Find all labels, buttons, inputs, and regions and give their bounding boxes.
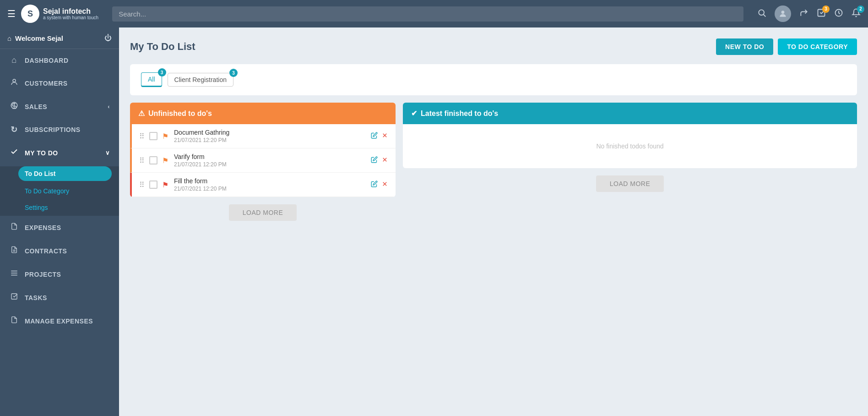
filter-tab-client-registration[interactable]: Client Registration 3 [168,73,233,87]
clock-icon[interactable] [834,8,843,20]
sidebar-item-projects[interactable]: PROJECTS [0,263,119,286]
tasks-icon[interactable]: 3 [817,8,826,20]
todo-checkbox-3[interactable] [149,181,157,189]
sidebar-item-sales[interactable]: SALES ‹ [0,95,119,118]
svg-line-1 [764,14,766,16]
sidebar-item-expenses[interactable]: EXPENSES [0,216,119,239]
load-more-finished-button[interactable]: LOAD MORE [596,175,664,192]
finished-header: ✔ Latest finished to do's [403,103,857,124]
main-content: My To Do List NEW TO DO TO DO CATEGORY A… [119,27,868,416]
edit-icon[interactable] [371,181,378,189]
power-icon[interactable]: ⏻ [104,34,112,42]
client-reg-badge: 3 [229,69,238,77]
delete-icon[interactable] [381,156,388,164]
edit-icon[interactable] [371,132,378,140]
todo-actions-3 [371,181,388,189]
customers-icon [9,78,19,88]
logo-text: Sejal infotech a system with human touch [43,7,98,21]
todo-item: ⠿ ⚑ Document Gathring 21/07/2021 12:20 P… [130,124,396,148]
todo-actions-1 [371,132,388,140]
delete-icon[interactable] [381,132,388,140]
filter-tab-all[interactable]: All 3 [141,72,162,87]
unfinished-column: ⚠ Unfinished to do's ⠿ ⚑ Document Gathri… [130,103,396,228]
flag-icon: ⚑ [162,156,168,165]
flag-icon: ⚑ [162,132,168,141]
todo-submenu: To Do List To Do Category Settings [0,166,119,216]
checkmark-icon: ✔ [411,109,417,118]
hamburger-menu-icon[interactable]: ☰ [7,8,16,19]
all-tab-badge: 3 [158,68,166,77]
drag-handle-icon[interactable]: ⠿ [139,156,145,165]
finished-card: ✔ Latest finished to do's No finished to… [403,103,857,168]
welcome-text: ⌂ Welcome Sejal [7,34,63,42]
sidebar-header: ⌂ Welcome Sejal ⏻ [0,27,119,49]
projects-icon [9,269,19,279]
todo-content-1: Document Gathring 21/07/2021 12:20 PM [174,129,366,143]
warning-icon: ⚠ [138,109,145,118]
submenu-settings[interactable]: Settings [0,199,119,216]
contracts-icon [9,246,19,256]
bell-icon[interactable]: 2 [852,8,861,20]
load-more-unfinished-button[interactable]: LOAD MORE [229,204,297,221]
drag-handle-icon[interactable]: ⠿ [139,132,145,141]
page-header-buttons: NEW TO DO TO DO CATEGORY [716,38,857,55]
svg-point-0 [759,10,764,15]
page-header: My To Do List NEW TO DO TO DO CATEGORY [130,38,857,55]
sales-icon [9,101,19,112]
expenses-icon [9,222,19,233]
sidebar-item-manage-expenses[interactable]: MANAGE EXPENSES [0,309,119,333]
top-navbar: ☰ S Sejal infotech a system with human t… [0,0,868,27]
todo-content-3: Fill the form 21/07/2021 12:20 PM [174,177,366,192]
flag-icon: ⚑ [162,181,168,189]
sales-chevron-icon: ‹ [108,103,110,110]
page-title: My To Do List [130,41,195,53]
submenu-todo-category[interactable]: To Do Category [0,183,119,199]
topnav-icon-group: 3 2 [757,5,861,22]
unfinished-header: ⚠ Unfinished to do's [130,103,396,124]
tasks-badge: 3 [822,5,830,13]
tasks-sidebar-icon [9,292,19,303]
bell-badge: 2 [857,5,864,13]
logo-circle: S [21,5,39,23]
todo-columns: ⚠ Unfinished to do's ⠿ ⚑ Document Gathri… [130,103,857,228]
submenu-todo-list[interactable]: To Do List [18,166,112,181]
main-layout: ⌂ Welcome Sejal ⏻ ⌂ DASHBOARD CUSTOMERS [0,27,868,416]
dashboard-icon: ⌂ [9,55,19,65]
todo-actions-2 [371,156,388,164]
edit-icon[interactable] [371,156,378,164]
sidebar-nav: ⌂ DASHBOARD CUSTOMERS SALES [0,49,119,416]
finished-column: ✔ Latest finished to do's No finished to… [403,103,857,228]
manage-expenses-icon [9,316,19,326]
new-todo-button[interactable]: NEW TO DO [716,38,773,55]
sidebar-item-subscriptions[interactable]: ↻ SUBSCRIPTIONS [0,118,119,141]
todo-chevron-icon: ∨ [105,149,110,156]
svg-point-2 [781,11,785,14]
avatar[interactable] [775,5,791,22]
delete-icon[interactable] [381,181,388,189]
finished-empty-text: No finished todos found [403,124,857,168]
sidebar-item-dashboard[interactable]: ⌂ DASHBOARD [0,49,119,71]
todo-category-button[interactable]: TO DO CATEGORY [778,38,857,55]
home-icon: ⌂ [7,34,11,42]
svg-rect-13 [11,294,17,299]
sidebar-item-my-todo[interactable]: MY TO DO ∨ [0,141,119,164]
search-input[interactable] [112,6,743,22]
svg-point-5 [13,79,16,82]
filter-section: All 3 Client Registration 3 [130,64,857,95]
todo-checkbox-2[interactable] [149,156,157,164]
sidebar-item-tasks[interactable]: TASKS [0,286,119,309]
todo-item: ⠿ ⚑ Fill the form 21/07/2021 12:20 PM [130,173,396,197]
app-logo: S Sejal infotech a system with human tou… [21,5,98,23]
unfinished-card: ⚠ Unfinished to do's ⠿ ⚑ Document Gathri… [130,103,396,197]
todo-content-2: Varify form 21/07/2021 12:20 PM [174,153,366,168]
sidebar: ⌂ Welcome Sejal ⏻ ⌂ DASHBOARD CUSTOMERS [0,27,119,416]
drag-handle-icon[interactable]: ⠿ [139,181,145,189]
sidebar-item-contracts[interactable]: CONTRACTS [0,239,119,263]
search-icon[interactable] [757,8,766,20]
subscriptions-icon: ↻ [9,125,19,135]
sidebar-item-customers[interactable]: CUSTOMERS [0,71,119,95]
forward-icon[interactable] [799,8,808,20]
todo-item: ⠿ ⚑ Varify form 21/07/2021 12:20 PM [130,148,396,173]
todo-icon [9,148,19,158]
todo-checkbox-1[interactable] [149,132,157,140]
